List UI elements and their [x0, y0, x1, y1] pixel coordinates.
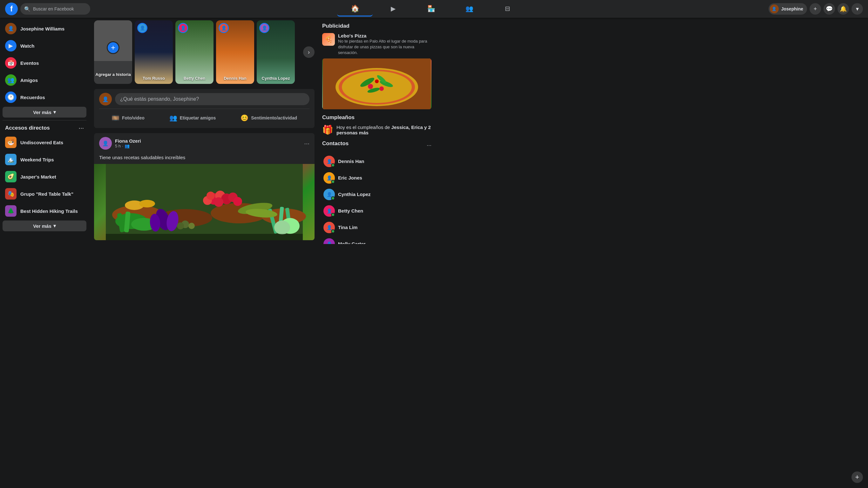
home-icon: 🏠	[351, 4, 359, 13]
contacts-header: Contactos ···	[322, 141, 431, 151]
story-dennis-han[interactable]: 👤 Dennis Han	[216, 20, 254, 84]
ad-info: Lebo's Pizza No te pierdas en Palo Alto …	[338, 33, 431, 56]
search-bar[interactable]: 🔍	[20, 3, 90, 14]
feed-post-header: 👤 Fiona Ozeri 5 h · 👥 ···	[94, 133, 314, 153]
privacy-icon: 👥	[125, 144, 130, 148]
add-story-label: Agregar a historia	[94, 72, 132, 77]
post-image-svg	[94, 164, 314, 240]
sidebar-item-hiking-trails[interactable]: 🌲 Best Hidden Hiking Trails	[3, 203, 86, 219]
nav-marketplace-button[interactable]: 🏪	[413, 1, 434, 17]
sidebar-item-amigos[interactable]: 👥 Amigos	[3, 72, 86, 88]
contacts-more-button[interactable]: ···	[427, 142, 431, 149]
nav-left: f 🔍	[5, 3, 94, 15]
story-cynthia-lopez[interactable]: 👤 Cynthia Lopez	[257, 20, 295, 84]
svg-point-36	[342, 71, 412, 103]
contact-betty-chen[interactable]: 👤 Betty Chen	[322, 203, 431, 219]
nav-video-button[interactable]: ▶	[375, 1, 411, 17]
divider	[3, 120, 86, 120]
accesos-title: Accesos directos	[5, 125, 50, 131]
sidebar-item-jaspers-market[interactable]: 🥑 Jasper's Market	[3, 169, 86, 185]
story-avatar-tom: 👤	[137, 23, 148, 33]
story-betty-chen[interactable]: 👤 Betty Chen	[175, 20, 214, 84]
svg-point-30	[188, 223, 195, 229]
post-box-top: 👤 ¿Qué estás pensando, Josephine?	[99, 93, 309, 105]
search-input[interactable]	[33, 6, 84, 11]
nav-home-button[interactable]: 🏠	[337, 1, 373, 17]
hiking-trails-icon: 🌲	[5, 205, 17, 217]
contact-molly-carter[interactable]: 👤 Molly Carter	[322, 236, 431, 244]
ad-description: No te pierdas en Palo Alto el lugar de m…	[338, 38, 431, 56]
marketplace-icon: 🏪	[427, 5, 434, 12]
facebook-logo[interactable]: f	[5, 3, 18, 15]
ver-mas-shortcuts-button[interactable]: Ver más ▾	[3, 220, 86, 231]
story-avatar-betty: 👤	[178, 23, 188, 33]
ver-mas-button[interactable]: Ver más ▾	[3, 107, 86, 118]
accesos-more-button[interactable]: ···	[79, 124, 84, 131]
svg-point-21	[139, 200, 155, 208]
post-author-avatar: 👤	[99, 137, 112, 150]
sidebar-item-recuerdos[interactable]: 🕐 Recuerdos	[3, 89, 86, 105]
sidebar-item-undiscovered-eats[interactable]: 🍜 Undiscovered Eats	[3, 134, 86, 151]
contact-eric-jones[interactable]: 👤 Eric Jones	[322, 170, 431, 186]
stories-next-button[interactable]: ›	[303, 47, 314, 58]
birthday-icon: 🎁	[322, 125, 333, 135]
accesos-directos-header: Accesos directos ···	[3, 123, 86, 134]
post-author-info: Fiona Ozeri 5 h · 👥	[115, 138, 141, 148]
sidebar-item-eventos[interactable]: 📅 Eventos	[3, 55, 86, 71]
separator: ·	[122, 144, 123, 148]
contact-name-betty: Betty Chen	[338, 208, 363, 214]
eventos-icon: 📅	[5, 57, 17, 69]
sidebar-right: Publicidad 🍕 Lebo's Pizza No te pierdas …	[320, 18, 434, 244]
recuerdos-icon: 🕐	[5, 92, 17, 103]
story-tom-russo[interactable]: 👤 Tom Russo	[135, 20, 173, 84]
post-author-name: Fiona Ozeri	[115, 138, 141, 144]
post-creation-box: 👤 ¿Qué estás pensando, Josephine? 🎞️ Fot…	[94, 89, 314, 128]
main-layout: 👤 Josephine Williams ▶ Watch 📅 Eventos 👥…	[0, 18, 434, 244]
nav-center: 🏠 ▶ 🏪 👥 ⊟	[94, 1, 434, 17]
birthday-text: Hoy es el cumpleaños de Jessica, Erica y…	[337, 125, 431, 135]
svg-point-41	[368, 84, 373, 89]
feed-post-1: 👤 Fiona Ozeri 5 h · 👥 ··· Tiene unas rec…	[94, 133, 314, 240]
contact-avatar-cynthia: 👤	[323, 189, 335, 200]
recuerdos-label: Recuerdos	[20, 95, 45, 100]
story-avatar-dennis: 👤	[219, 23, 229, 33]
birthday-section-title: Cumpleaños	[322, 114, 431, 121]
contact-cynthia-lopez[interactable]: 👤 Cynthia Lopez	[322, 186, 431, 203]
svg-point-28	[274, 220, 290, 235]
add-story-card[interactable]: + Agregar a historia	[94, 20, 132, 84]
sidebar-item-weekend-trips[interactable]: 🏔️ Weekend Trips	[3, 151, 86, 168]
contact-name-cynthia: Cynthia Lopez	[338, 191, 371, 197]
chevron-down-icon-shortcuts: ▾	[53, 223, 56, 229]
stories-container: + Agregar a historia 👤 Tom Russo 👤 Betty…	[94, 20, 314, 84]
post-user-avatar: 👤	[99, 93, 112, 105]
tag-friends-button[interactable]: 👥 Etiquetar amigos	[164, 112, 221, 124]
feeling-button[interactable]: 😊 Sentimiento/actividad	[236, 112, 302, 124]
feed-post-header-left: 👤 Fiona Ozeri 5 h · 👥	[99, 137, 141, 150]
sidebar-item-watch[interactable]: ▶ Watch	[3, 37, 86, 54]
sidebar-item-user-profile[interactable]: 👤 Josephine Williams	[3, 20, 86, 37]
post-divider	[99, 109, 309, 109]
online-indicator	[331, 196, 335, 200]
contact-avatar-eric: 👤	[323, 172, 335, 184]
hiking-trails-label: Best Hidden Hiking Trails	[20, 208, 78, 214]
ad-section: Publicidad 🍕 Lebo's Pizza No te pierdas …	[322, 23, 431, 109]
photo-video-button[interactable]: 🎞️ Foto/video	[106, 112, 150, 124]
birthday-prefix: Hoy es el cumpleaños de	[337, 125, 392, 130]
contact-tina-lim[interactable]: 👤 Tina Lim	[322, 219, 431, 236]
birthday-item: 🎁 Hoy es el cumpleaños de Jessica, Erica…	[322, 125, 431, 135]
svg-point-8	[214, 197, 223, 207]
sidebar-item-red-table-talk[interactable]: 🎭 Grupo "Red Table Talk"	[3, 186, 86, 202]
contacts-section: Contactos ··· 👤 Dennis Han 👤 Eric Jones	[322, 141, 431, 244]
weekend-trips-icon: 🏔️	[5, 154, 17, 165]
user-name-sidebar: Josephine Williams	[20, 26, 64, 31]
feeling-label: Sentimiento/actividad	[251, 115, 297, 120]
contact-dennis-han[interactable]: 👤 Dennis Han	[322, 153, 431, 170]
top-navigation: f 🔍 🏠 ▶ 🏪 👥 ⊟ 👤 Josephine +	[0, 0, 434, 18]
post-input-button[interactable]: ¿Qué estás pensando, Josephine?	[115, 93, 309, 105]
story-label-betty: Betty Chen	[175, 76, 214, 81]
story-label-tom: Tom Russo	[135, 76, 173, 81]
story-avatar-cynthia: 👤	[259, 23, 270, 33]
jaspers-market-label: Jasper's Market	[20, 174, 56, 180]
ad-item: 🍕 Lebo's Pizza No te pierdas en Palo Alt…	[322, 33, 431, 56]
post-more-button[interactable]: ···	[304, 140, 309, 147]
